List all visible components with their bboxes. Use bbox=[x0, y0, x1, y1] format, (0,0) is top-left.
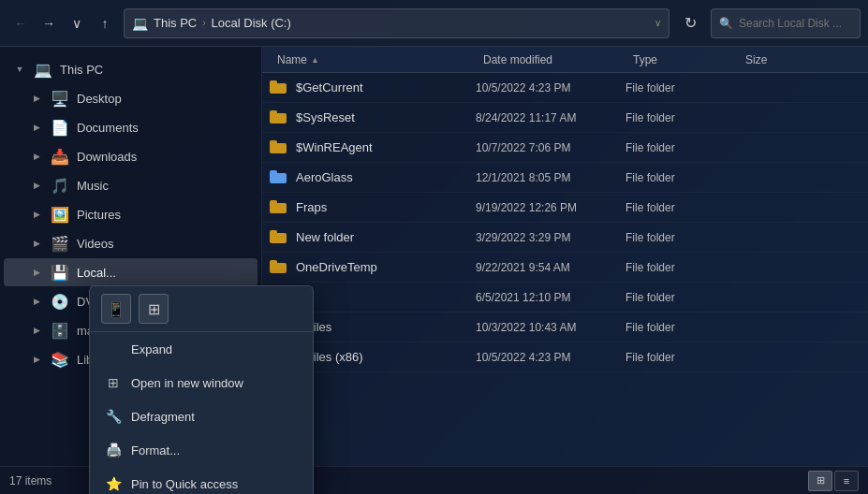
folder-icon bbox=[270, 80, 288, 95]
file-type-cell: File folder bbox=[625, 201, 738, 214]
view-list-button[interactable]: ≡ bbox=[834, 471, 859, 491]
file-type-cell: File folder bbox=[625, 171, 738, 184]
search-input[interactable] bbox=[739, 17, 852, 30]
file-name-cell: $SysReset bbox=[270, 110, 476, 125]
context-menu-phone-icon-button[interactable]: 📱 bbox=[101, 294, 131, 324]
open-new-window-label: Open in new window bbox=[131, 376, 243, 390]
breadcrumb-this-pc: This PC bbox=[154, 16, 197, 30]
sidebar-item-this-pc[interactable]: ▼ 💻 This PC bbox=[4, 55, 257, 83]
col-header-date[interactable]: Date modified bbox=[476, 47, 625, 72]
expand-icon-local-disk: ▶ bbox=[30, 266, 43, 279]
address-bar[interactable]: 💻 This PC › Local Disk (C:) ∨ bbox=[124, 8, 669, 38]
breadcrumb-drive: Local Disk (C:) bbox=[212, 16, 291, 30]
back-button[interactable]: ← bbox=[7, 10, 34, 36]
documents-icon: 📄 bbox=[51, 118, 69, 137]
file-type-cell: File folder bbox=[625, 321, 738, 334]
file-date-cell: 9/22/2021 9:54 AM bbox=[476, 261, 625, 274]
sidebar-label-videos: Videos bbox=[77, 237, 114, 251]
music-icon: 🎵 bbox=[51, 176, 69, 195]
sidebar-label-desktop: Desktop bbox=[77, 92, 122, 106]
col-header-name[interactable]: Name ▲ bbox=[270, 47, 476, 72]
table-row[interactable]: $GetCurrent 10/5/2022 4:23 PM File folde… bbox=[262, 73, 868, 103]
expand-icon bbox=[105, 341, 122, 357]
file-name-cell: $WinREAgent bbox=[270, 140, 476, 155]
file-list-area: Name ▲ Date modified Type Size bbox=[262, 47, 868, 466]
file-list: $GetCurrent 10/5/2022 4:23 PM File folde… bbox=[262, 73, 868, 466]
table-row[interactable]: n Files (x86) 10/5/2022 4:23 PM File fol… bbox=[262, 342, 868, 372]
this-pc-icon: 💻 bbox=[34, 60, 52, 79]
mav-icon: 🗄️ bbox=[51, 321, 69, 340]
item-count: 17 items bbox=[9, 474, 51, 487]
refresh-button[interactable]: ↻ bbox=[675, 8, 705, 38]
table-row[interactable]: New folder 3/29/2022 3:29 PM File folder bbox=[262, 223, 868, 253]
view-grid-button[interactable]: ⊞ bbox=[808, 471, 832, 491]
pin-to-quick-icon: ⭐ bbox=[105, 475, 122, 492]
videos-icon: 🎬 bbox=[51, 234, 69, 253]
context-menu-item-pin-to-quick[interactable]: ⭐ Pin to Quick access bbox=[90, 467, 313, 494]
expand-icon-desktop: ▶ bbox=[30, 92, 43, 105]
sidebar-label-pictures: Pictures bbox=[77, 208, 121, 222]
sidebar-item-desktop[interactable]: ▶ 🖥️ Desktop bbox=[4, 84, 257, 112]
sidebar-item-downloads[interactable]: ▶ 📥 Downloads bbox=[4, 142, 257, 170]
sidebar-item-music[interactable]: ▶ 🎵 Music bbox=[4, 171, 257, 199]
file-date-cell: 10/7/2022 7:06 PM bbox=[476, 141, 625, 154]
context-menu-item-open-new-window[interactable]: ⊞ Open in new window bbox=[90, 366, 313, 400]
recent-locations-button[interactable]: ∨ bbox=[64, 10, 90, 36]
format-label: Format... bbox=[131, 443, 180, 458]
file-type-cell: File folder bbox=[625, 351, 738, 364]
local-disk-icon: 💾 bbox=[51, 263, 69, 282]
sidebar-item-videos[interactable]: ▶ 🎬 Videos bbox=[4, 229, 257, 257]
sidebar-item-local-disk[interactable]: ▶ 💾 Local... bbox=[4, 258, 257, 286]
sort-arrow-name: ▲ bbox=[311, 55, 319, 65]
search-bar[interactable]: 🔍 bbox=[711, 8, 861, 38]
pictures-icon: 🖼️ bbox=[51, 205, 69, 224]
file-list-header: Name ▲ Date modified Type Size bbox=[262, 47, 868, 73]
up-button[interactable]: ↑ bbox=[92, 10, 118, 36]
file-name-cell: AeroGlass bbox=[270, 170, 476, 185]
file-date-cell: 10/5/2022 4:23 PM bbox=[476, 81, 625, 94]
table-row[interactable]: $SysReset 8/24/2022 11:17 AM File folder bbox=[262, 103, 868, 133]
context-menu: 📱 ⊞ Expand ⊞ Open in new window 🔧 Defrag… bbox=[89, 285, 314, 494]
file-name-cell: $GetCurrent bbox=[270, 80, 476, 95]
file-name-cell: Fraps bbox=[270, 200, 476, 215]
libraries-icon: 📚 bbox=[51, 350, 69, 369]
expand-icon-libraries: ▶ bbox=[30, 353, 43, 366]
defragment-icon: 🔧 bbox=[105, 408, 122, 425]
table-row[interactable]: $WinREAgent 10/7/2022 7:06 PM File folde… bbox=[262, 133, 868, 163]
expand-icon-videos: ▶ bbox=[30, 237, 43, 250]
table-row[interactable]: OneDriveTemp 9/22/2021 9:54 AM File fold… bbox=[262, 253, 868, 283]
sidebar-item-pictures[interactable]: ▶ 🖼️ Pictures bbox=[4, 200, 257, 228]
expand-label: Expand bbox=[131, 342, 172, 356]
sidebar-label-this-pc: This PC bbox=[60, 63, 103, 77]
downloads-icon: 📥 bbox=[51, 147, 69, 166]
forward-button[interactable]: → bbox=[36, 10, 62, 36]
context-menu-item-expand[interactable]: Expand bbox=[90, 332, 313, 366]
file-type-cell: File folder bbox=[625, 291, 738, 304]
file-date-cell: 10/5/2022 4:23 PM bbox=[476, 351, 625, 364]
context-menu-item-defragment[interactable]: 🔧 Defragment bbox=[90, 400, 313, 433]
file-date-cell: 8/24/2022 11:17 AM bbox=[476, 111, 625, 124]
table-row[interactable]: Fraps 9/19/2022 12:26 PM File folder bbox=[262, 193, 868, 223]
folder-icon bbox=[270, 170, 288, 185]
file-name-cell: New folder bbox=[270, 230, 476, 245]
expand-icon-mav: ▶ bbox=[30, 324, 43, 337]
context-menu-header: 📱 ⊞ bbox=[90, 286, 313, 332]
file-date-cell: 6/5/2021 12:10 PM bbox=[476, 291, 625, 304]
sidebar-label-documents: Documents bbox=[77, 121, 139, 135]
open-new-window-icon: ⊞ bbox=[105, 374, 122, 391]
expand-icon-downloads: ▶ bbox=[30, 150, 43, 163]
folder-icon bbox=[270, 230, 288, 245]
file-name-cell: OneDriveTemp bbox=[270, 260, 476, 275]
table-row[interactable]: ... 6/5/2021 12:10 PM File folder bbox=[262, 283, 868, 312]
table-row[interactable]: AeroGlass 12/1/2021 8:05 PM File folder bbox=[262, 163, 868, 193]
file-date-cell: 3/29/2022 3:29 PM bbox=[476, 231, 625, 244]
table-row[interactable]: n Files 10/3/2022 10:43 AM File folder bbox=[262, 312, 868, 342]
col-header-type[interactable]: Type bbox=[625, 47, 738, 72]
col-header-size[interactable]: Size bbox=[738, 47, 861, 72]
context-menu-item-format[interactable]: 🖨️ Format... bbox=[90, 433, 313, 467]
context-menu-snap-icon-button[interactable]: ⊞ bbox=[139, 294, 169, 324]
format-icon: 🖨️ bbox=[105, 442, 122, 458]
nav-buttons: ← → ∨ ↑ bbox=[7, 10, 118, 36]
sidebar-item-documents[interactable]: ▶ 📄 Documents bbox=[4, 113, 257, 141]
file-type-cell: File folder bbox=[625, 81, 738, 94]
